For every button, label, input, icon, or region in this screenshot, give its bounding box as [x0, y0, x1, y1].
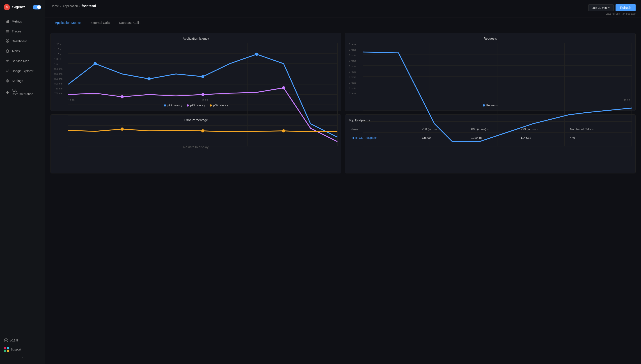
latency-x-labels: 19:20 19:25 — — [68, 99, 337, 102]
svg-rect-1 — [7, 20, 8, 23]
latency-chart-area: 1.20 s 1.15 s 1.10 s 1.05 s 1 s 950 ms 9… — [54, 43, 337, 102]
requests-x-labels: 19:26 — [363, 99, 632, 102]
check-circle-icon — [4, 338, 8, 342]
latency-chart-title: Application latency — [54, 37, 337, 40]
sidebar-item-label-settings: Settings — [12, 79, 23, 83]
breadcrumb-sep-2: / — [79, 4, 80, 8]
last-refresh-text: Last refresh - 34 sec ago — [606, 12, 635, 15]
latency-y-axis: 1.20 s 1.15 s 1.10 s 1.05 s 1 s 950 ms 9… — [54, 43, 67, 95]
svg-point-37 — [121, 95, 124, 98]
svg-point-42 — [282, 129, 285, 132]
svg-rect-7 — [8, 40, 9, 41]
svg-rect-6 — [6, 40, 7, 41]
svg-point-34 — [147, 77, 151, 80]
svg-point-40 — [121, 128, 124, 131]
latency-chart-card: Application latency 1.20 s 1.15 s 1.10 s… — [51, 33, 341, 111]
svg-point-39 — [282, 86, 285, 90]
breadcrumb-current: frontend — [82, 4, 96, 8]
toggle-switch[interactable] — [33, 5, 41, 10]
signoz-logo-icon: 👁 — [4, 4, 10, 10]
sidebar-item-usage-explorer[interactable]: Usage Explorer — [2, 66, 43, 76]
tabs-bar: Application Metrics External Calls Datab… — [45, 18, 641, 28]
svg-point-41 — [201, 129, 204, 132]
sidebar-toggle[interactable] — [33, 5, 41, 10]
breadcrumb: Home / Application / frontend — [51, 4, 96, 8]
svg-point-12 — [8, 60, 9, 60]
svg-point-11 — [6, 60, 7, 60]
requests-chart-card: Requests 0 req/s 0 req/s 0 req/s 0 req/s… — [345, 33, 635, 111]
chevron-down-icon — [608, 7, 610, 8]
time-range-selector[interactable]: Last 30 min — [588, 4, 614, 11]
alerts-icon — [6, 49, 10, 53]
dashboard-icon — [6, 39, 10, 43]
breadcrumb-home[interactable]: Home — [51, 4, 59, 8]
service-map-icon — [6, 59, 10, 63]
logo-text: SigNoz — [12, 5, 25, 10]
traces-icon — [6, 29, 10, 33]
sidebar-item-add-instrumentation[interactable]: Add instrumentation — [2, 86, 43, 99]
svg-point-36 — [255, 53, 258, 56]
requests-y-axis: 0 req/s 0 req/s 0 req/s 0 req/s 0 req/s … — [349, 43, 362, 95]
nav-menu: Metrics Traces Dashboard Alerts Service … — [0, 14, 45, 333]
sidebar-logo: 👁 SigNoz — [0, 0, 45, 14]
svg-rect-2 — [8, 20, 9, 23]
requests-chart-svg — [363, 43, 632, 146]
usage-explorer-icon — [6, 69, 10, 73]
sidebar-support[interactable]: Support — [2, 345, 43, 354]
sidebar-item-traces[interactable]: Traces — [2, 26, 43, 36]
sidebar-item-service-map[interactable]: Service Map — [2, 56, 43, 66]
breadcrumb-application[interactable]: Application — [63, 4, 78, 8]
sidebar-bottom: v0.7.5 Support < — [0, 333, 45, 364]
svg-rect-0 — [6, 22, 7, 23]
page-content: Application latency 1.20 s 1.15 s 1.10 s… — [45, 28, 641, 364]
tab-external-calls[interactable]: External Calls — [86, 18, 115, 28]
tab-application-metrics[interactable]: Application Metrics — [51, 18, 86, 28]
page-header: Home / Application / frontend Last 30 mi… — [45, 0, 641, 18]
sidebar-item-dashboard[interactable]: Dashboard — [2, 36, 43, 46]
header-right: Last 30 min Refresh Last refresh - 34 se… — [588, 4, 635, 15]
sidebar-item-label-add-instrumentation: Add instrumentation — [12, 89, 40, 96]
requests-chart-area: 0 req/s 0 req/s 0 req/s 0 req/s 0 req/s … — [349, 43, 632, 102]
svg-rect-9 — [8, 42, 9, 43]
metrics-icon — [6, 19, 10, 24]
tab-database-calls[interactable]: Database Calls — [115, 18, 145, 28]
support-slack-icon — [4, 347, 9, 352]
sidebar-item-label-metrics: Metrics — [12, 20, 22, 23]
sidebar-version: v0.7.5 — [2, 336, 43, 345]
requests-chart-title: Requests — [349, 37, 632, 40]
svg-point-18 — [4, 338, 8, 342]
svg-point-33 — [94, 62, 97, 65]
add-instrumentation-icon — [6, 90, 10, 94]
top-charts-grid: Application latency 1.20 s 1.15 s 1.10 s… — [51, 33, 635, 111]
latency-chart-svg — [68, 43, 337, 146]
sidebar-item-label-alerts: Alerts — [12, 49, 20, 53]
sidebar-item-label-usage-explorer: Usage Explorer — [12, 69, 34, 73]
svg-rect-8 — [6, 42, 7, 43]
main-content: Home / Application / frontend Last 30 mi… — [45, 0, 641, 364]
settings-icon — [6, 79, 10, 83]
sidebar-item-label-dashboard: Dashboard — [12, 40, 27, 43]
svg-point-38 — [201, 93, 204, 96]
sidebar-item-alerts[interactable]: Alerts — [2, 46, 43, 56]
sidebar: 👁 SigNoz Metrics Traces Dashboard — [0, 0, 45, 364]
refresh-button[interactable]: Refresh — [615, 4, 635, 11]
sidebar-item-label-traces: Traces — [12, 30, 21, 33]
sidebar-collapse-button[interactable]: < — [2, 354, 43, 361]
svg-point-35 — [201, 75, 204, 78]
sidebar-item-label-service-map: Service Map — [12, 59, 29, 63]
svg-point-15 — [7, 80, 8, 82]
sidebar-item-metrics[interactable]: Metrics — [2, 17, 43, 26]
sidebar-item-settings[interactable]: Settings — [2, 76, 43, 86]
toggle-knob — [37, 6, 41, 9]
breadcrumb-sep-1: / — [60, 4, 61, 8]
header-controls: Last 30 min Refresh — [588, 4, 635, 11]
